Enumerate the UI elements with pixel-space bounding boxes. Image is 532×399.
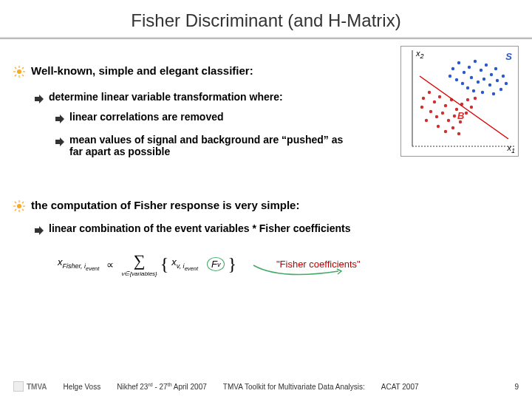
sum-under: v∈{variables} (121, 270, 157, 277)
bullet-2a-text: linear combination of the event variable… (49, 222, 350, 234)
svg-line-57 (22, 75, 24, 76)
tmva-logo: TMVA (13, 381, 47, 392)
arrow-bullet-icon (55, 136, 65, 149)
svg-line-65 (15, 202, 16, 203)
svg-line-67 (22, 202, 24, 203)
formula-term: xv, ievent (171, 256, 198, 271)
right-brace: } (228, 254, 236, 274)
arrow-bullet-icon (34, 225, 44, 238)
svg-line-59 (15, 75, 16, 76)
slide-content: Well-known, simple and elegant classifie… (0, 39, 532, 298)
proportional-symbol: ∝ (106, 259, 114, 270)
footer-talk: TMVA Toolkit for Multivariate Data Analy… (223, 383, 365, 391)
bullet-1a1-text: linear correlations are removed (69, 111, 224, 123)
bullet-2: the computation of Fisher response is ve… (13, 199, 519, 215)
bullet-1-text: Well-known, simple and elegant classifie… (31, 64, 253, 77)
bullet-1a2-text: mean values of signal and background are… (69, 134, 350, 157)
footer-venue: Nikhef 23rd - 27th April 2007 (117, 382, 207, 391)
svg-line-56 (15, 67, 16, 69)
left-brace: { (160, 254, 169, 274)
bullet-2-text: the computation of Fisher response is ve… (31, 199, 299, 211)
svg-line-66 (22, 209, 24, 211)
logo-icon (13, 381, 24, 392)
bullet-1a1: linear correlations are removed (55, 111, 519, 126)
svg-point-60 (17, 204, 21, 208)
bullet-1a2: mean values of signal and background are… (55, 134, 519, 157)
bullet-1: Well-known, simple and elegant classifie… (13, 64, 519, 81)
bullet-1a-text: determine linear variable transformation… (49, 91, 283, 103)
svg-line-58 (22, 67, 24, 69)
fisher-coefficient-circle: Fv (207, 257, 225, 271)
formula-lhs: xFisher, ievent (58, 256, 99, 271)
footer-conference: ACAT 2007 (381, 383, 419, 391)
sigma-symbol: ∑ (134, 251, 146, 270)
sun-bullet-icon (13, 200, 25, 215)
slide-footer: TMVA Helge Voss Nikhef 23rd - 27th April… (0, 381, 532, 392)
bullet-2a: linear combination of the event variable… (34, 222, 519, 238)
sun-bullet-icon (13, 66, 25, 81)
arrow-to-label (250, 264, 346, 282)
footer-author: Helge Voss (64, 383, 101, 391)
svg-line-68 (15, 209, 16, 211)
svg-point-51 (17, 69, 21, 74)
arrow-bullet-icon (34, 93, 44, 106)
page-number: 9 (514, 383, 519, 391)
arrow-bullet-icon (55, 113, 65, 126)
bullet-1a: determine linear variable transformation… (34, 91, 519, 106)
slide-title: Fisher Discriminant (and H-Matrix) (0, 0, 532, 37)
